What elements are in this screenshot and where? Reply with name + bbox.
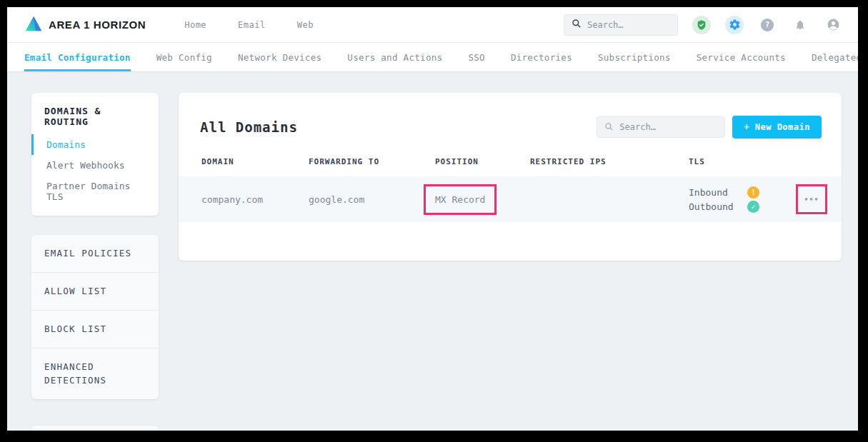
logo-triangle-icon (24, 15, 43, 35)
sidebar-item-enhanced-detections[interactable]: ENHANCED DETECTIONS (31, 348, 159, 398)
col-restricted-ips: RESTRICTED IPS (530, 157, 689, 166)
policies-card: EMAIL POLICIES ALLOW LIST BLOCK LIST ENH… (31, 235, 159, 399)
cell-position: MX Record (435, 184, 530, 215)
tab-service-accounts[interactable]: Service Accounts (697, 43, 786, 71)
sidebar-item-domains[interactable]: Domains (31, 134, 159, 155)
brand-name: AREA 1 HORIZON (49, 19, 146, 31)
all-domains-panel: All Domains + New Domain DOMAIN F (179, 93, 842, 261)
col-position: POSITION (435, 157, 530, 166)
bell-icon[interactable] (791, 16, 809, 34)
avatar-icon[interactable] (824, 16, 842, 34)
search-icon (572, 18, 582, 31)
col-domain: DOMAIN (201, 157, 309, 166)
col-forwarding-to: FORWARDING TO (309, 157, 435, 166)
table-header: DOMAIN FORWARDING TO POSITION RESTRICTED… (179, 157, 842, 176)
tls-outbound: Outbound ✓ (689, 201, 796, 213)
nav-email[interactable]: Email (238, 20, 266, 30)
row-menu-button[interactable]: ••• (796, 184, 827, 214)
ellipsis-menu-icon: ••• (804, 196, 819, 204)
nav-home[interactable]: Home (184, 20, 206, 30)
settings-tab-bar: Email Configuration Web Config Network D… (7, 43, 858, 71)
position-value: MX Record (435, 194, 485, 205)
cell-tls: Inbound ! Outbound ✓ (689, 186, 796, 213)
cell-forwarding-to: google.com (309, 194, 435, 205)
page-title: All Domains (200, 119, 298, 135)
sidebar-item-block-list[interactable]: BLOCK LIST (31, 310, 159, 348)
tab-delegated-accounts[interactable]: Delegated Accounts (812, 43, 858, 71)
app-window: AREA 1 HORIZON Home Email Web (7, 7, 858, 431)
sidebar: DOMAINS & ROUTING Domains Alert Webhooks… (31, 93, 159, 431)
tab-network-devices[interactable]: Network Devices (238, 43, 321, 71)
tls-outbound-label: Outbound (689, 201, 747, 212)
domains-routing-card: DOMAINS & ROUTING Domains Alert Webhooks… (31, 93, 159, 216)
col-tls: TLS (689, 157, 796, 166)
gear-icon[interactable] (725, 16, 744, 34)
new-domain-button[interactable]: + New Domain (732, 116, 822, 139)
position-annotation-highlight: MX Record (424, 184, 497, 215)
tab-directories[interactable]: Directories (511, 43, 572, 71)
top-navigation: Home Email Web (184, 20, 314, 30)
domains-search[interactable] (597, 116, 725, 138)
topbar-actions: ? (564, 14, 842, 36)
tab-web-config[interactable]: Web Config (156, 43, 212, 71)
search-icon (604, 121, 614, 134)
content-area: DOMAINS & ROUTING Domains Alert Webhooks… (7, 71, 858, 431)
help-icon[interactable]: ? (758, 16, 777, 34)
global-search-input[interactable] (587, 20, 666, 30)
cell-domain: company.com (201, 194, 309, 205)
nav-web[interactable]: Web (297, 20, 314, 30)
brand[interactable]: AREA 1 HORIZON (24, 15, 146, 35)
sidebar-item-retract-settings[interactable]: RETRACT SETTINGS (31, 426, 159, 431)
topbar: AREA 1 HORIZON Home Email Web (7, 7, 858, 43)
tab-email-configuration[interactable]: Email Configuration (24, 43, 131, 71)
global-search[interactable] (564, 14, 678, 36)
tls-inbound: Inbound ! (689, 186, 796, 199)
warning-icon: ! (747, 186, 759, 199)
sidebar-item-partner-domains-tls[interactable]: Partner Domains TLS (31, 176, 159, 207)
domains-search-input[interactable] (619, 122, 698, 132)
tab-users-and-actions[interactable]: Users and Actions (347, 43, 442, 71)
table-row[interactable]: company.com google.com MX Record Inbound… (179, 176, 842, 222)
sidebar-item-email-policies[interactable]: EMAIL POLICIES (31, 235, 159, 272)
tab-sso[interactable]: SSO (468, 43, 484, 71)
tab-subscriptions[interactable]: Subscriptions (598, 43, 671, 71)
shield-check-icon[interactable] (692, 16, 711, 34)
sidebar-item-allow-list[interactable]: ALLOW LIST (31, 272, 159, 310)
sidebar-group-title: DOMAINS & ROUTING (31, 106, 159, 134)
cell-actions: ••• (796, 184, 827, 214)
check-icon: ✓ (747, 201, 759, 213)
panel-header: All Domains + New Domain (179, 93, 842, 157)
tls-inbound-label: Inbound (689, 187, 747, 198)
retract-settings-card: RETRACT SETTINGS (31, 426, 159, 431)
sidebar-item-alert-webhooks[interactable]: Alert Webhooks (31, 155, 159, 176)
panel-actions: + New Domain (597, 116, 822, 139)
